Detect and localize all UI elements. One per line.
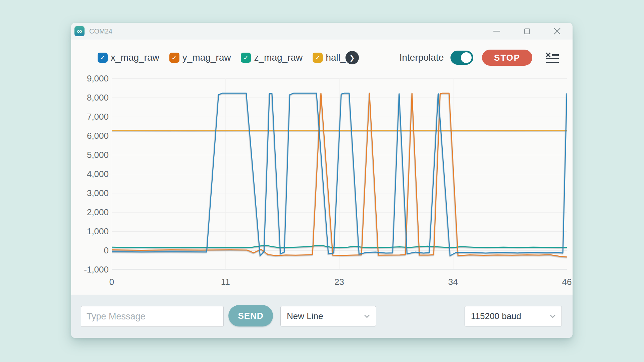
baud-rate-value: 115200 baud	[471, 311, 521, 321]
close-button[interactable]	[550, 24, 564, 38]
send-button[interactable]: SEND	[228, 305, 273, 326]
close-icon	[553, 27, 561, 35]
message-input[interactable]	[81, 306, 224, 327]
legend-items: ✓x_mag_raw✓y_mag_raw✓z_mag_raw✓hall_r❯	[98, 51, 359, 64]
legend-scroll-right-button[interactable]: ❯	[345, 51, 359, 64]
legend-item-x_mag_raw: ✓x_mag_raw	[98, 52, 159, 63]
y-axis-tick-label: 0	[71, 245, 109, 256]
message-bar: SEND New Line 115200 baud	[71, 295, 573, 338]
legend-label: z_mag_raw	[254, 52, 303, 63]
legend-item-y_mag_raw: ✓y_mag_raw	[169, 52, 231, 63]
y-axis-tick-label: 8,000	[71, 92, 109, 103]
line-ending-value: New Line	[287, 311, 323, 321]
legend-item-hall_r: ✓hall_r	[313, 52, 348, 63]
chevron-down-icon	[364, 315, 370, 318]
window-controls	[490, 24, 573, 38]
minimize-icon	[493, 31, 500, 32]
line-ending-select[interactable]: New Line	[280, 306, 376, 326]
plotter-toolbar: Interpolate STOP	[399, 50, 559, 66]
plot-canvas	[112, 78, 567, 269]
legend-row: ✓x_mag_raw✓y_mag_raw✓z_mag_raw✓hall_r❯ I…	[98, 49, 559, 66]
legend-checkbox-y_mag_raw[interactable]: ✓	[169, 53, 179, 63]
x-axis-tick-label: 23	[324, 277, 355, 287]
x-axis-tick-label: 34	[438, 277, 468, 287]
y-axis-tick-label: 5,000	[71, 149, 109, 160]
y-axis-tick-label: 7,000	[71, 111, 109, 122]
clear-list-icon[interactable]	[545, 52, 559, 63]
y-axis-tick-label: -1,000	[71, 264, 109, 275]
maximize-button[interactable]	[520, 24, 534, 38]
legend-checkbox-x_mag_raw[interactable]: ✓	[98, 53, 108, 63]
legend-label: x_mag_raw	[111, 52, 159, 63]
legend-checkbox-z_mag_raw[interactable]: ✓	[241, 53, 251, 63]
legend-item-z_mag_raw: ✓z_mag_raw	[241, 52, 303, 63]
window-title: COM24	[89, 27, 112, 35]
arduino-app-icon: ∞	[74, 26, 85, 36]
interpolate-toggle[interactable]	[450, 51, 473, 65]
x-axis-tick-label: 46	[552, 277, 573, 287]
toggle-knob	[461, 52, 472, 63]
y-axis-tick-label: 1,000	[71, 226, 109, 237]
page-background: { "window": { "title": "COM24", "app_ico…	[0, 0, 644, 362]
legend-checkbox-hall_r[interactable]: ✓	[313, 53, 323, 63]
titlebar: ∞ COM24	[71, 23, 573, 40]
y-axis-tick-label: 9,000	[71, 73, 109, 84]
y-axis-tick-label: 3,000	[71, 188, 109, 198]
stop-button[interactable]: STOP	[482, 50, 532, 66]
y-axis-tick-label: 4,000	[71, 169, 109, 179]
plot-panel: ✓x_mag_raw✓y_mag_raw✓z_mag_raw✓hall_r❯ I…	[71, 40, 573, 295]
minimize-button[interactable]	[490, 24, 503, 38]
serial-plotter-window: ∞ COM24 ✓x_mag_raw✓y_mag_raw✓z_mag_raw✓h…	[71, 23, 573, 338]
maximize-icon	[524, 28, 530, 34]
interpolate-label: Interpolate	[399, 52, 444, 63]
legend-label: y_mag_raw	[182, 52, 231, 63]
y-axis-tick-label: 6,000	[71, 130, 109, 141]
baud-rate-select[interactable]: 115200 baud	[465, 306, 562, 326]
x-axis-tick-label: 11	[210, 277, 240, 287]
x-axis-tick-label: 0	[97, 277, 127, 287]
chevron-down-icon	[550, 315, 555, 318]
y-axis-tick-label: 2,000	[71, 207, 109, 218]
